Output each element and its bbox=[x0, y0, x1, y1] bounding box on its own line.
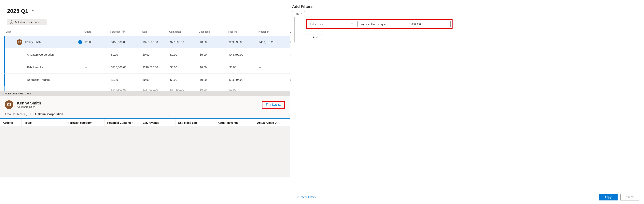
user-name: A. Datum Corporation bbox=[27, 53, 82, 56]
underlying-records-header: UNDERLYING RECORDS bbox=[0, 91, 290, 97]
cell-committed: $77,500.00 bbox=[168, 86, 198, 91]
filter-field-value: Est. revenue bbox=[310, 23, 324, 26]
top-grid-header: User Quota Forecast Won Committed Best c… bbox=[4, 28, 290, 36]
cell-quota: -- bbox=[84, 51, 110, 58]
col-pipeline[interactable]: Pipeline bbox=[227, 29, 256, 34]
cell-bestcase: $0.00 bbox=[198, 51, 228, 58]
chevron-down-icon bbox=[42, 21, 44, 24]
cell-won: $167,000.00 bbox=[141, 86, 168, 91]
cell-prediction: -- bbox=[257, 64, 289, 71]
more-options-icon[interactable]: ··· bbox=[455, 22, 460, 26]
cell-committed: $77,500.00 bbox=[168, 39, 198, 46]
table-row[interactable]: -- $244,500.00 $167,000.00 $77,500.00 $0… bbox=[4, 86, 290, 91]
cell-prediction: -- bbox=[257, 86, 289, 91]
filters-button[interactable]: Filters (1) bbox=[262, 101, 285, 108]
add-button-label: Add bbox=[313, 36, 318, 39]
filters-button-label: Filters (1) bbox=[270, 103, 282, 106]
col-quota[interactable]: Quota bbox=[83, 29, 108, 34]
cell-committed: $0.00 bbox=[168, 76, 198, 83]
table-row[interactable]: KS Kenny Smith $0.00 $455,000.00 $377,50… bbox=[4, 36, 290, 48]
cell-pipeline: $69,695.00 bbox=[228, 39, 257, 46]
clear-filters-link[interactable]: Clear Filters bbox=[296, 195, 316, 199]
chevron-down-icon bbox=[300, 12, 302, 15]
clear-filters-label: Clear Filters bbox=[301, 196, 316, 199]
cell-forecast: $0.00 bbox=[110, 51, 141, 58]
drilldown-by-pill[interactable]: Drill down by: Account bbox=[7, 19, 47, 25]
user-name: Fabrikam, Inc. bbox=[27, 66, 82, 69]
filter-field-select[interactable]: Est. revenue bbox=[308, 21, 355, 27]
chevron-down-icon[interactable] bbox=[31, 9, 35, 13]
svg-point-0 bbox=[11, 22, 12, 22]
col-forecast[interactable]: Forecast bbox=[108, 29, 140, 35]
plus-icon bbox=[309, 36, 311, 39]
cell-forecast: $455,000.00 bbox=[110, 39, 141, 46]
cell-prediction: -- bbox=[257, 51, 289, 58]
col-actions[interactable]: Actions bbox=[0, 119, 22, 126]
cell-prediction: $499,013.25 bbox=[257, 39, 289, 46]
col-committed[interactable]: Committed bbox=[168, 29, 197, 34]
breadcrumb: Account (Account) A. Datum Corporation bbox=[0, 111, 290, 119]
col-prediction[interactable]: Prediction bbox=[256, 29, 288, 34]
chevron-down-icon bbox=[351, 23, 353, 25]
funnel-icon bbox=[265, 103, 268, 107]
col-forecast-category[interactable]: Forecast category bbox=[65, 119, 104, 126]
share-icon[interactable] bbox=[72, 40, 76, 44]
apply-button[interactable]: Apply bbox=[599, 194, 618, 201]
cell-quota: $0.00 bbox=[84, 39, 110, 46]
col-user[interactable]: User bbox=[4, 29, 83, 34]
cell-pipeline: $0.00 bbox=[228, 64, 257, 71]
logic-operator-select[interactable]: And bbox=[292, 11, 305, 16]
breadcrumb-current: A. Datum Corporation bbox=[34, 112, 63, 116]
funnel-clear-icon bbox=[296, 195, 299, 199]
condition-checkbox[interactable] bbox=[299, 22, 303, 26]
cancel-button[interactable]: Cancel bbox=[620, 194, 639, 201]
table-row[interactable]: Fabrikam, Inc. -- $210,500.00 $210,500.0… bbox=[4, 61, 290, 74]
col-won[interactable]: Won bbox=[140, 29, 168, 34]
info-icon[interactable] bbox=[122, 30, 125, 33]
cell-pipeline: $24,995.00 bbox=[228, 76, 257, 83]
records-table-header: Actions Topic Forecast category Potentia… bbox=[0, 119, 290, 126]
filter-operator-select[interactable]: Is greater than or equal ... bbox=[358, 21, 405, 27]
col-est-revenue[interactable]: Est. revenue bbox=[140, 119, 176, 126]
avatar: KS bbox=[5, 100, 14, 109]
col-forecast-label: Forecast bbox=[110, 30, 120, 33]
cell-prediction: -- bbox=[257, 76, 289, 83]
filter-value-text: 1,000,000 bbox=[409, 23, 421, 26]
col-actual-close-date[interactable]: Actual Close D bbox=[254, 119, 294, 126]
cell-bestcase: $0.00 bbox=[198, 64, 228, 71]
filter-value-input[interactable]: 1,000,000 bbox=[407, 21, 450, 27]
chevron-right-icon bbox=[30, 112, 32, 116]
condition-group: Est. revenue Is greater than or equal ..… bbox=[306, 19, 452, 29]
cell-won: $210,500.00 bbox=[141, 64, 168, 71]
col-bestcase[interactable]: Best case bbox=[197, 29, 227, 34]
col-topic[interactable]: Topic bbox=[22, 119, 65, 126]
period-title: 2023 Q1 bbox=[7, 8, 28, 14]
logic-operator-label: And bbox=[294, 12, 299, 15]
breadcrumb-root[interactable]: Account (Account) bbox=[5, 112, 27, 116]
cell-pipeline: $0.00 bbox=[228, 86, 257, 91]
col-topic-label: Topic bbox=[24, 121, 32, 124]
cell-won: $0.00 bbox=[141, 76, 168, 83]
filters-panel-title: Add Filters bbox=[291, 0, 640, 11]
chevron-down-icon bbox=[319, 36, 321, 38]
cell-quota: -- bbox=[84, 86, 110, 91]
cell-won: $0.00 bbox=[141, 51, 168, 58]
add-condition-button[interactable]: Add bbox=[306, 34, 324, 40]
cell-quota: -- bbox=[84, 64, 110, 71]
table-row[interactable]: Northwind Traders -- $0.00 $0.00 $0.00 $… bbox=[4, 74, 290, 86]
user-name: Kenny Smith bbox=[25, 40, 70, 44]
svg-point-3 bbox=[123, 31, 124, 31]
cell-bestcase: $0.00 bbox=[198, 39, 228, 46]
table-row[interactable]: A. Datum Corporation -- $0.00 $0.00 $0.0… bbox=[4, 48, 290, 61]
cell-bestcase: $0.00 bbox=[198, 76, 228, 83]
cell-forecast: $210,500.00 bbox=[110, 64, 141, 71]
col-actual-revenue[interactable]: Actual Revenue bbox=[215, 119, 254, 126]
info-badge-icon[interactable] bbox=[78, 40, 82, 44]
cell-committed: $0.00 bbox=[168, 64, 198, 71]
chevron-down-icon bbox=[401, 23, 403, 25]
cell-bestcase: $0.00 bbox=[198, 86, 228, 91]
avatar: KS bbox=[17, 39, 22, 45]
col-potential-customer[interactable]: Potential Customer bbox=[104, 119, 140, 126]
cell-forecast: $244,500.00 bbox=[110, 86, 141, 91]
col-est-close-date[interactable]: Est. close date bbox=[176, 119, 215, 126]
